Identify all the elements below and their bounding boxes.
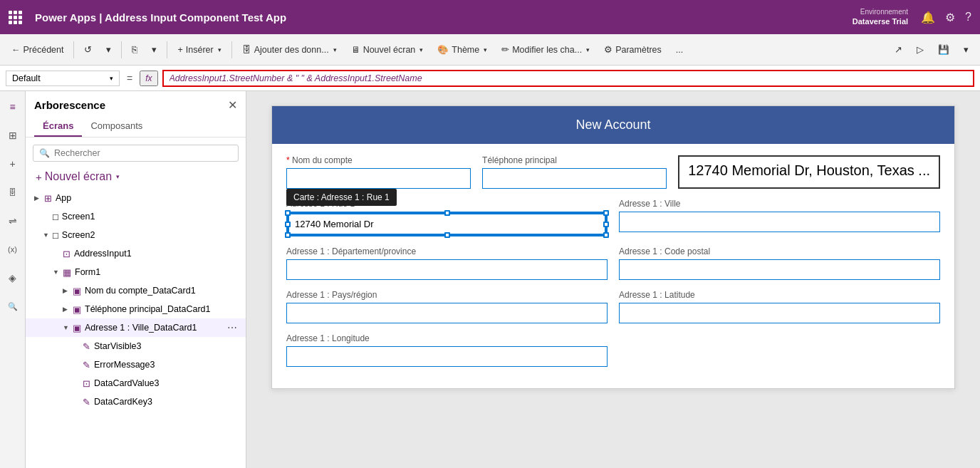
sidebar-connect-icon[interactable]: ⇌ bbox=[3, 211, 23, 231]
chevron-down-icon-8: ▾ bbox=[964, 44, 969, 55]
sidebar-variables-icon[interactable]: (x) bbox=[3, 239, 23, 259]
back-icon: ← bbox=[11, 45, 21, 55]
more-options-icon[interactable]: ⋯ bbox=[227, 322, 237, 333]
sidebar-search-icon[interactable]: 🔍 bbox=[3, 296, 23, 316]
handle-ml[interactable] bbox=[285, 222, 291, 227]
sidebar-theme-icon[interactable]: ◈ bbox=[3, 268, 23, 288]
add-data-label: Ajouter des donn... bbox=[254, 45, 329, 55]
notification-icon[interactable]: 🔔 bbox=[921, 11, 935, 24]
input-pays[interactable] bbox=[286, 303, 608, 323]
tree-item-screen1[interactable]: □ Screen1 bbox=[26, 207, 246, 226]
search-icon: 🔍 bbox=[39, 148, 50, 158]
input-ville[interactable] bbox=[619, 212, 940, 232]
tree-item-adresse-ville[interactable]: ▼ ▣ Adresse 1 : Ville_DataCard1 ⋯ bbox=[26, 318, 246, 337]
addressinput1-icon: ⊡ bbox=[63, 249, 71, 259]
sidebar-add-icon[interactable]: + bbox=[3, 154, 23, 174]
handle-mr[interactable] bbox=[603, 222, 609, 227]
separator-3 bbox=[167, 41, 167, 58]
handle-tm[interactable] bbox=[444, 210, 450, 216]
theme-button[interactable]: 🎨 Thème ▾ bbox=[432, 41, 493, 58]
handle-br[interactable] bbox=[603, 232, 609, 238]
separator-2 bbox=[121, 41, 122, 58]
sidebar-layers-icon[interactable]: ⊞ bbox=[3, 125, 23, 145]
sidebar-data-icon[interactable]: 🗄 bbox=[3, 182, 23, 202]
insert-label: Insérer bbox=[186, 45, 214, 55]
more-button[interactable]: ... bbox=[670, 42, 689, 58]
tree-item-app-label: App bbox=[56, 193, 237, 203]
sidebar-menu-icon[interactable]: ≡ bbox=[3, 97, 23, 117]
copy-button[interactable]: ⎘ bbox=[126, 42, 143, 58]
handle-bm[interactable] bbox=[444, 232, 450, 238]
chevron-icon: ▶ bbox=[63, 287, 73, 294]
tree-item-addressinput1[interactable]: ⊡ AddressInput1 bbox=[26, 244, 246, 263]
tree-title: Arborescence bbox=[34, 99, 105, 111]
waffle-icon[interactable] bbox=[9, 11, 22, 24]
new-screen-button[interactable]: 🖥 Nouvel écran ▾ bbox=[345, 42, 429, 58]
tree-item-screen2[interactable]: ▼ □ Screen2 bbox=[26, 226, 246, 244]
tab-components[interactable]: Composants bbox=[82, 116, 151, 137]
undo-dropdown[interactable]: ▾ bbox=[100, 41, 117, 58]
tree-item-starvisible3-label: StarVisible3 bbox=[94, 341, 237, 351]
share-button[interactable]: ↗ bbox=[889, 41, 908, 58]
insert-button[interactable]: + Insérer ▾ bbox=[172, 42, 226, 58]
screen1-icon: □ bbox=[53, 212, 58, 222]
errormessage3-icon: ✎ bbox=[83, 360, 90, 370]
input-latitude[interactable] bbox=[619, 303, 940, 323]
starvisible3-icon: ✎ bbox=[83, 341, 90, 352]
help-icon[interactable]: ? bbox=[965, 11, 971, 24]
input-telephone[interactable] bbox=[482, 168, 667, 189]
handle-tl[interactable] bbox=[285, 210, 291, 216]
tree-item-nom-compte[interactable]: ▶ ▣ Nom du compte_DataCard1 bbox=[26, 281, 246, 300]
tree-item-addressinput1-label: AddressInput1 bbox=[74, 249, 237, 259]
input-code-postal[interactable] bbox=[619, 259, 940, 280]
input-longitude[interactable] bbox=[286, 346, 608, 367]
tree-item-starvisible3[interactable]: ✎ StarVisible3 bbox=[26, 337, 246, 355]
tree-item-form1[interactable]: ▼ ▦ Form1 bbox=[26, 263, 246, 281]
tree-item-datacardvalue3[interactable]: ⊡ DataCardValue3 bbox=[26, 374, 246, 392]
name-box[interactable]: Default ▾ bbox=[6, 71, 120, 86]
settings-toolbar-button[interactable]: ⚙ Paramètres bbox=[598, 41, 667, 58]
tree-item-errormessage3[interactable]: ✎ ErrorMessage3 bbox=[26, 355, 246, 374]
preview-button[interactable]: ▷ bbox=[911, 41, 929, 58]
tree-close-button[interactable]: ✕ bbox=[228, 98, 237, 112]
chevron-down-icon-7: ▾ bbox=[586, 46, 590, 53]
formula-input[interactable] bbox=[162, 70, 974, 87]
top-header: Power Apps | Address Input Component Tes… bbox=[0, 0, 980, 34]
input-departement[interactable] bbox=[286, 259, 608, 280]
save-button[interactable]: 💾 bbox=[932, 41, 955, 58]
tree-item-telephone[interactable]: ▶ ▣ Téléphone principal_DataCard1 bbox=[26, 300, 246, 318]
nom-compte-icon: ▣ bbox=[73, 286, 81, 296]
tree-item-datacardkey3[interactable]: ✎ DataCardKey3 bbox=[26, 392, 246, 411]
label-telephone: Téléphone principal bbox=[482, 155, 667, 165]
environment-info: Environnement Dataverse Trial bbox=[853, 7, 908, 26]
copy-dropdown[interactable]: ▾ bbox=[146, 41, 162, 58]
theme-label: Thème bbox=[452, 45, 479, 55]
tree-item-screen2-label: Screen2 bbox=[62, 230, 237, 240]
back-label: Précédent bbox=[24, 45, 64, 55]
new-screen-tree-button[interactable]: + Nouvel écran ▾ bbox=[26, 167, 246, 186]
tree-item-app[interactable]: ▶ ⊞ App bbox=[26, 189, 246, 207]
add-data-button[interactable]: 🗄 Ajouter des donn... ▾ bbox=[236, 42, 343, 58]
back-button[interactable]: ← Précédent bbox=[6, 42, 69, 58]
search-input[interactable] bbox=[54, 148, 232, 158]
settings-icon[interactable]: ⚙ bbox=[945, 11, 955, 24]
modify-icon: ✏ bbox=[501, 44, 509, 55]
label-code-postal: Adresse 1 : Code postal bbox=[619, 246, 940, 256]
modify-button[interactable]: ✏ Modifier les cha... ▾ bbox=[496, 41, 595, 58]
handle-tr[interactable] bbox=[603, 210, 609, 216]
settings-toolbar-icon: ⚙ bbox=[604, 44, 612, 55]
datacardvalue3-icon: ⊡ bbox=[83, 378, 90, 389]
canvas-area: New Account * Nom du compte Téléphone pr… bbox=[246, 91, 980, 468]
address-display: 12740 Memorial Dr, Houston, Texas ... bbox=[678, 155, 940, 189]
undo-button[interactable]: ↺ bbox=[78, 41, 98, 58]
tooltip-text: Carte : Adresse 1 : Rue 1 bbox=[293, 192, 390, 202]
input-nom-compte[interactable] bbox=[286, 168, 471, 189]
tree-search-box[interactable]: 🔍 bbox=[33, 145, 239, 162]
tab-screens[interactable]: Écrans bbox=[34, 116, 82, 137]
rue1-selected-field[interactable] bbox=[286, 212, 608, 236]
tree-item-errormessage3-label: ErrorMessage3 bbox=[94, 360, 237, 370]
handle-bl[interactable] bbox=[285, 232, 291, 238]
field-ville: Adresse 1 : Ville bbox=[619, 199, 940, 236]
toolbar-dropdown[interactable]: ▾ bbox=[958, 41, 974, 58]
fx-button[interactable]: fx bbox=[140, 71, 157, 86]
